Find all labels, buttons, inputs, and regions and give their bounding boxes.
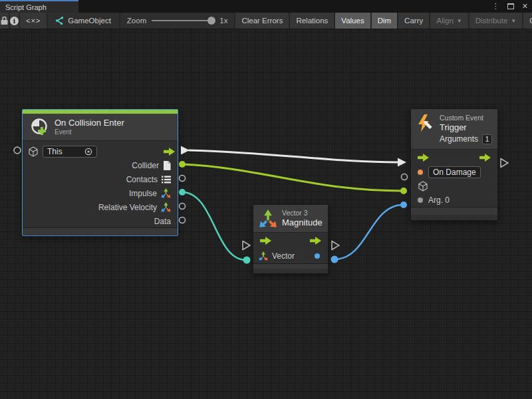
carry-button[interactable]: Carry [398,13,429,29]
node-category: Vector 3 [282,209,323,217]
node-footer [411,207,497,215]
maximize-icon[interactable] [507,3,514,9]
tab-bar: Script Graph ⋮ ✕ [0,0,532,13]
port-label-data: Data [154,217,171,226]
overview-button[interactable]: Overv [523,13,532,29]
port-label-contacts: Contacts [126,175,158,184]
node-subtitle: Event [55,128,124,137]
custom-event-icon [416,114,435,132]
zoom-control: Zoom 1x [120,13,235,29]
vector3-axes-icon [259,209,277,228]
string-value-dot [418,170,423,175]
port-target-input[interactable] [400,188,407,194]
code-icon: <×> [26,17,41,25]
collider-document-icon [163,161,171,170]
align-label: Align [436,17,454,25]
lock-button[interactable] [0,13,9,29]
relations-button[interactable]: Relations [290,13,334,29]
relations-label: Relations [296,17,328,25]
code-view-button[interactable]: <×> [20,13,47,29]
node-footer [253,263,328,269]
object-picker-icon[interactable] [84,148,92,156]
target-field[interactable]: This [43,146,97,158]
flow-out-arrow-icon [310,237,321,245]
contacts-list-icon [162,176,171,184]
flow-in-arrow-icon [260,237,271,245]
flow-out-arrow-icon [479,154,491,162]
node-title: Magnitude [282,217,323,228]
info-button[interactable]: i [10,13,19,29]
port-event-name-input[interactable] [402,174,408,180]
arguments-label: Arguments [440,134,478,144]
values-button[interactable]: Values [335,13,370,29]
chevron-down-icon: ▼ [457,18,462,24]
info-icon: i [10,17,19,25]
window-menu-icon[interactable]: ⋮ [492,3,499,10]
port-this-input[interactable] [14,147,21,154]
node-vector3-magnitude[interactable]: Vector 3 Magnitude Vector [253,204,329,274]
port-data-output[interactable] [180,217,186,223]
vector3-axes-icon [161,202,171,212]
result-value-dot [315,253,320,259]
port-label-impulse: Impulse [129,189,157,198]
dim-button[interactable]: Dim [372,13,397,29]
vector3-axes-icon [161,188,171,198]
values-label: Values [341,17,364,25]
port-collider-output[interactable] [179,161,186,168]
port-vector-input[interactable] [243,257,251,264]
target-field-value: This [47,147,80,156]
flow-in-arrow-icon [418,154,429,162]
argument-value-dot [418,198,423,203]
dim-label: Dim [378,17,391,25]
gameobject-breadcrumb[interactable]: GameObject [48,13,119,29]
zoom-value: 1x [219,17,227,25]
arguments-count-field[interactable]: 1 [482,134,492,144]
script-graph-icon [55,17,64,25]
node-title: On Collision Enter [55,118,124,128]
gameobject-cube-icon [418,181,428,192]
gameobject-label: GameObject [68,17,111,25]
port-magnitude-output[interactable] [331,256,338,263]
port-impulse-output[interactable] [179,189,186,196]
lock-icon [0,16,9,25]
clear-errors-label: Clear Errors [241,17,283,25]
collision-event-icon [29,117,49,137]
gameobject-cube-icon [28,146,39,157]
node-category: Custom Event [440,114,492,122]
tab-script-graph[interactable]: Script Graph [0,0,78,13]
clear-errors-button[interactable]: Clear Errors [235,13,289,29]
unity-script-graph-window: Script Graph ⋮ ✕ i <×> GameObject Zoom [0,0,532,399]
graph-canvas[interactable]: On Collision Enter Event This [0,29,532,399]
carry-label: Carry [404,17,423,25]
tab-label: Script Graph [5,3,47,11]
flow-out-arrow-icon [164,148,175,156]
event-name-value: On Damage [433,168,476,177]
node-on-collision-enter[interactable]: On Collision Enter Event This [22,109,178,236]
chevron-down-icon: ▼ [511,18,516,24]
port-arg0-input[interactable] [400,201,407,208]
graph-toolbar: i <×> GameObject Zoom 1x Clear Errors Re… [0,13,532,29]
distribute-label: Distribute [475,17,508,25]
port-label-vector: Vector [272,251,295,261]
align-button[interactable]: Align▼ [430,13,468,29]
port-label-arg0: Arg. 0 [428,196,450,205]
overview-label: Overv [529,17,532,25]
node-trigger-custom-event[interactable]: Custom Event Trigger Arguments 1 [410,108,498,221]
vector3-axes-icon [259,251,268,261]
node-title: Trigger [440,122,492,133]
event-name-field[interactable]: On Damage [428,166,481,178]
close-icon[interactable]: ✕ [522,3,528,10]
port-label-relative-velocity: Relative Velocity [98,203,157,212]
zoom-slider[interactable] [152,20,214,21]
distribute-button[interactable]: Distribute▼ [469,13,523,29]
port-contacts-output[interactable] [180,176,186,182]
zoom-slider-knob[interactable] [207,17,215,25]
port-label-collider: Collider [132,161,159,170]
zoom-label: Zoom [127,17,146,25]
node-footer [23,227,178,235]
port-relative-velocity-output[interactable] [180,203,186,209]
